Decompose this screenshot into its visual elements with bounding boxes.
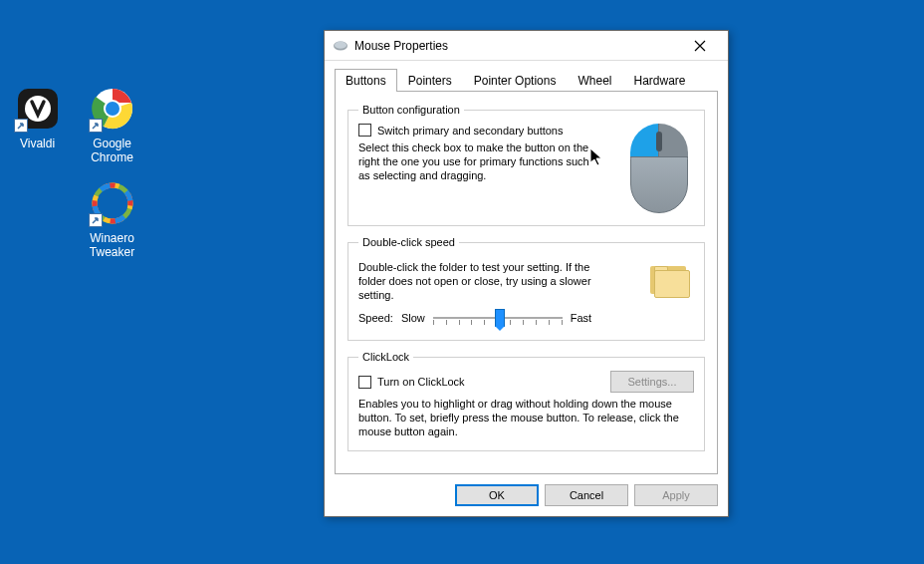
- vivaldi-icon: [14, 85, 62, 133]
- tab-content-buttons: Button configuration Switch primary and …: [335, 92, 718, 474]
- legend-button-config: Button configuration: [358, 104, 464, 116]
- checkbox-switch-buttons[interactable]: [358, 124, 371, 137]
- winaero-icon: [89, 179, 136, 227]
- chrome-icon: [89, 85, 136, 133]
- group-clicklock: ClickLock Turn on ClickLock Settings... …: [347, 351, 705, 451]
- tab-pointer-options[interactable]: Pointer Options: [463, 69, 568, 92]
- tab-hardware[interactable]: Hardware: [622, 69, 696, 92]
- slider-thumb[interactable]: [495, 309, 505, 327]
- checkbox-clicklock[interactable]: [358, 376, 371, 389]
- folder-test-icon[interactable]: [646, 262, 694, 302]
- checkbox-clicklock-label: Turn on ClickLock: [377, 376, 465, 388]
- desktop-icon-winaero[interactable]: Winaero Tweaker: [75, 179, 149, 259]
- checkbox-switch-buttons-label: Switch primary and secondary buttons: [377, 125, 563, 137]
- tab-buttons[interactable]: Buttons: [335, 69, 397, 92]
- titlebar[interactable]: Mouse Properties: [325, 31, 728, 61]
- clicklock-description: Enables you to highlight or drag without…: [358, 397, 694, 438]
- close-button[interactable]: [680, 32, 720, 60]
- desktop-icon-chrome[interactable]: Google Chrome: [75, 85, 149, 164]
- group-button-configuration: Button configuration Switch primary and …: [347, 104, 705, 226]
- clicklock-settings-button: Settings...: [610, 371, 694, 393]
- legend-double-click: Double-click speed: [358, 236, 459, 248]
- double-click-description: Double-click the folder to test your set…: [358, 260, 617, 302]
- svg-point-4: [106, 102, 119, 116]
- mouse-illustration: [624, 124, 694, 213]
- desktop-icon-vivaldi[interactable]: Vivaldi: [0, 85, 75, 150]
- slow-label: Slow: [401, 312, 425, 324]
- mouse-properties-dialog: Mouse Properties Buttons Pointers Pointe…: [324, 30, 729, 517]
- shortcut-arrow-icon: [14, 119, 28, 133]
- ok-button[interactable]: OK: [455, 484, 539, 506]
- shortcut-arrow-icon: [89, 213, 103, 227]
- desktop-icon-label: Vivaldi: [0, 137, 75, 150]
- group-double-click: Double-click speed Double-click the fold…: [347, 236, 705, 341]
- button-config-description: Select this check box to make the button…: [358, 141, 597, 182]
- tab-pointers[interactable]: Pointers: [397, 69, 463, 92]
- mouse-icon: [333, 38, 348, 54]
- dialog-title: Mouse Properties: [354, 39, 680, 53]
- tabs: Buttons Pointers Pointer Options Wheel H…: [335, 69, 718, 92]
- legend-clicklock: ClickLock: [358, 351, 413, 363]
- desktop-icon-label: Google Chrome: [75, 137, 149, 164]
- desktop-icon-label: Winaero Tweaker: [75, 231, 149, 259]
- speed-label: Speed:: [358, 312, 393, 324]
- tab-wheel[interactable]: Wheel: [567, 69, 622, 92]
- fast-label: Fast: [571, 312, 591, 324]
- shortcut-arrow-icon: [89, 119, 103, 133]
- svg-point-10: [335, 41, 346, 48]
- double-click-slider[interactable]: [433, 308, 563, 328]
- apply-button: Apply: [634, 484, 718, 506]
- dialog-actions: OK Cancel Apply: [335, 484, 718, 506]
- cancel-button[interactable]: Cancel: [545, 484, 628, 506]
